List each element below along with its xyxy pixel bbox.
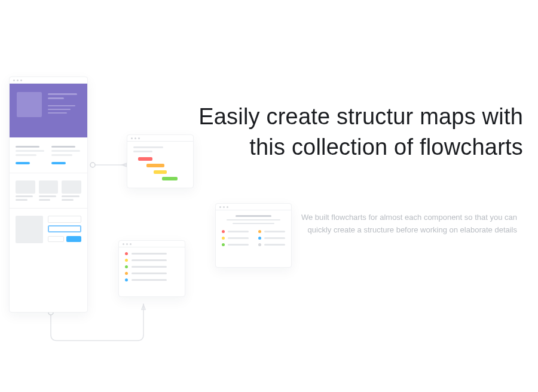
gantt-rows: [133, 157, 187, 180]
input-field-active: [48, 225, 81, 232]
status-dot-icon: [125, 272, 128, 275]
two-column-section: [10, 137, 87, 173]
gantt-segment: [138, 157, 152, 161]
mini-card: [16, 180, 35, 201]
hero-image-placeholder: [17, 92, 42, 117]
cards-row-section: [10, 173, 87, 209]
window-titlebar: [216, 204, 291, 210]
list-body: [119, 247, 185, 286]
status-dot-icon: [125, 265, 128, 268]
gantt-window: [127, 134, 194, 188]
traffic-light-icon: [13, 79, 15, 81]
list-item: [125, 259, 179, 262]
traffic-light-icon: [138, 137, 140, 139]
list-window: [118, 240, 185, 297]
cta-bar: [16, 162, 30, 164]
list-item: [125, 252, 179, 255]
subcopy: We built flowcharts for almost each comp…: [296, 212, 517, 237]
detail-col-left: [222, 230, 249, 246]
traffic-light-icon: [134, 137, 136, 139]
detail-item: [222, 230, 249, 233]
list-item: [125, 265, 179, 268]
detail-window: [215, 203, 292, 268]
primary-button: [66, 236, 81, 242]
headline: Easily create structur maps with this co…: [188, 102, 523, 163]
ghost-button: [48, 236, 64, 242]
window-titlebar: [119, 241, 185, 247]
status-dot-icon: [125, 259, 128, 262]
detail-item: [258, 243, 285, 246]
traffic-light-icon: [130, 243, 132, 245]
status-dot-icon: [222, 237, 225, 240]
detail-item: [222, 237, 249, 240]
traffic-light-icon: [219, 206, 221, 208]
form-image-placeholder: [16, 216, 43, 243]
status-dot-icon: [125, 278, 128, 281]
cta-bar: [51, 162, 66, 164]
traffic-light-icon: [20, 79, 22, 81]
input-field: [48, 216, 81, 223]
list-item: [125, 278, 179, 281]
main-wireframe-card: [9, 76, 88, 313]
svg-point-0: [90, 163, 95, 167]
traffic-light-icon: [223, 206, 225, 208]
detail-header: [222, 215, 285, 224]
detail-item: [258, 237, 285, 240]
status-dot-icon: [258, 237, 261, 240]
gantt-segment: [162, 177, 178, 180]
hero-canvas: Easily create structur maps with this co…: [0, 0, 538, 392]
traffic-light-icon: [17, 79, 19, 81]
mini-card: [62, 180, 81, 201]
gantt-segment: [154, 170, 167, 174]
gantt-segment: [146, 164, 164, 167]
status-dot-icon: [222, 243, 225, 246]
status-dot-icon: [258, 243, 261, 246]
status-dot-icon: [258, 230, 261, 233]
status-dot-icon: [222, 230, 225, 233]
detail-item: [258, 230, 285, 233]
form-section: [10, 209, 87, 252]
traffic-light-icon: [227, 206, 228, 208]
window-titlebar: [10, 77, 87, 84]
hero-text-lines: [48, 92, 80, 137]
detail-item: [222, 243, 249, 246]
detail-col-right: [258, 230, 285, 246]
status-dot-icon: [125, 252, 128, 255]
traffic-light-icon: [123, 243, 124, 245]
mini-card: [39, 180, 59, 201]
traffic-light-icon: [126, 243, 128, 245]
list-item: [125, 272, 179, 275]
hero-section: [10, 84, 87, 137]
traffic-light-icon: [131, 137, 133, 139]
window-titlebar: [127, 135, 193, 142]
